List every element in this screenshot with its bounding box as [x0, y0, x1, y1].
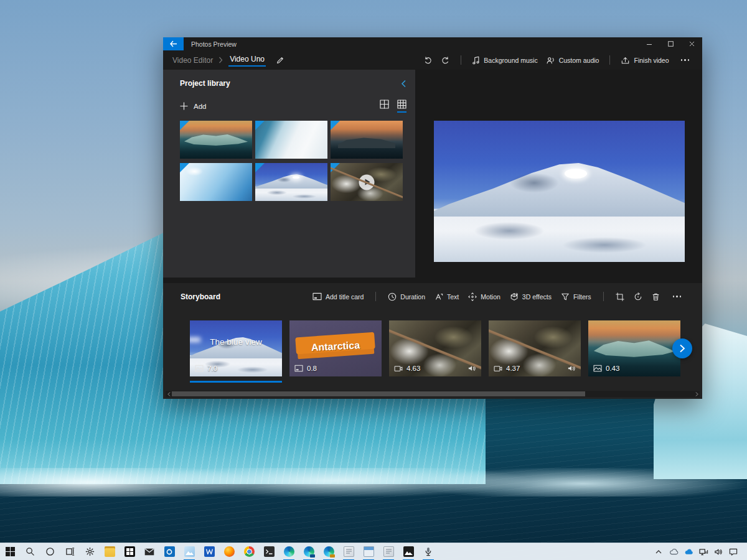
onedrive-personal-button[interactable] [666, 543, 681, 560]
photos-viewer-icon [403, 546, 414, 557]
outlook-icon [164, 546, 175, 557]
video-play-overlay-icon [359, 174, 375, 190]
start-button[interactable] [1, 543, 19, 560]
undo-button[interactable] [423, 56, 433, 65]
added-badge-icon [255, 163, 265, 172]
redo-button[interactable] [441, 56, 450, 65]
firefox-button[interactable] [220, 543, 238, 560]
tray-expand-button[interactable] [651, 543, 666, 560]
funnel-icon [561, 292, 570, 301]
cube-icon [510, 292, 519, 301]
photo-icon [195, 365, 204, 372]
custom-audio-button[interactable]: Custom audio [546, 56, 599, 65]
add-media-label: Add [194, 103, 206, 110]
rotate-button[interactable] [634, 292, 642, 301]
breadcrumb-video-editor[interactable]: Video Editor [172, 56, 213, 65]
editor-content: Project library Add [163, 70, 702, 284]
scroll-right-arrow[interactable] [693, 392, 700, 396]
storyboard-more-button[interactable] [669, 296, 685, 297]
library-thumb-ice-slope[interactable] [180, 163, 252, 201]
crop-button[interactable] [616, 292, 624, 301]
volume-button[interactable] [711, 543, 726, 560]
file-explorer-icon [105, 546, 115, 557]
collapse-library-button[interactable] [401, 80, 406, 88]
library-thumb-iceberg-dusk[interactable] [331, 121, 403, 159]
notepad-button[interactable] [339, 543, 358, 560]
storyboard-card-iceberg[interactable]: 0.43 [588, 320, 680, 376]
taskbar [0, 543, 747, 560]
video-preview[interactable] [434, 121, 685, 262]
plus-icon [180, 102, 188, 110]
cortana-button[interactable] [40, 543, 59, 560]
add-media-button[interactable]: Add [180, 102, 206, 110]
network-button[interactable] [696, 543, 711, 560]
background-music-label: Background music [484, 57, 537, 64]
text-button[interactable]: Text [435, 292, 459, 301]
search-button[interactable] [21, 543, 39, 560]
grid-large-toggle[interactable] [397, 100, 406, 113]
word-button[interactable] [200, 543, 218, 560]
close-button[interactable] [681, 37, 702, 50]
edge-button[interactable] [280, 543, 298, 560]
library-thumb-ice-wall[interactable] [255, 121, 327, 159]
duration-button[interactable]: Duration [388, 292, 425, 301]
library-thumb-stream-video[interactable] [331, 163, 403, 201]
action-center-button[interactable] [726, 543, 741, 560]
app-window-icon [364, 546, 374, 557]
add-title-card-button[interactable]: Add title card [312, 292, 364, 301]
storyboard-card-stream-2[interactable]: 4.37 [489, 320, 581, 376]
outlook-button[interactable] [160, 543, 179, 560]
speaker-icon [714, 548, 723, 556]
back-button[interactable] [163, 37, 184, 50]
settings-button[interactable] [80, 543, 99, 560]
more-options-button[interactable] [677, 59, 693, 61]
library-toolbar: Add [180, 100, 406, 113]
library-thumb-iceberg-sunset[interactable] [180, 121, 252, 159]
terminal-button[interactable] [260, 543, 278, 560]
finish-video-button[interactable]: Finish video [621, 56, 669, 65]
system-tray [651, 543, 747, 560]
chrome-button[interactable] [240, 543, 258, 560]
storyboard-card-blue-view[interactable]: The blue view 7.0 [190, 320, 282, 376]
added-badge-icon [180, 121, 189, 130]
scrollbar-thumb[interactable] [172, 391, 585, 396]
storyboard-card-stream-1[interactable]: 4.63 [389, 320, 481, 376]
edge-dev-button[interactable] [319, 543, 338, 560]
file-explorer-button[interactable] [100, 543, 119, 560]
background-music-button[interactable]: Background music [472, 56, 537, 65]
library-thumb-mountain[interactable] [255, 163, 327, 201]
storyboard-card-antarctica[interactable]: Antarctica 0.8 [289, 320, 382, 376]
storyboard-scrollbar[interactable] [166, 391, 700, 397]
scroll-next-button[interactable] [672, 338, 692, 358]
storyboard-toolbar: Add title card Duration Text Motion [312, 292, 685, 301]
photos-viewer-button[interactable] [399, 543, 418, 560]
task-view-button[interactable] [60, 543, 79, 560]
onedrive-business-button[interactable] [681, 543, 696, 560]
edge-beta-button[interactable] [299, 543, 318, 560]
gear-icon [85, 547, 95, 556]
voice-recorder-button[interactable] [419, 543, 438, 560]
storyboard-panel: Storyboard Add title card Duration Text [163, 283, 702, 399]
back-arrow-icon [169, 40, 177, 47]
search-icon [26, 547, 35, 556]
photos-app-button[interactable] [180, 543, 199, 560]
mail-button[interactable] [140, 543, 159, 560]
grid-small-toggle[interactable] [380, 100, 389, 113]
filters-button[interactable]: Filters [561, 292, 591, 301]
toolbar-divider [375, 292, 376, 301]
notepad-2-button[interactable] [379, 543, 398, 560]
rename-project-button[interactable] [276, 56, 284, 65]
maximize-button[interactable] [660, 37, 681, 50]
effects-3d-button[interactable]: 3D effects [510, 292, 552, 301]
motion-button[interactable]: Motion [468, 292, 500, 301]
export-icon [621, 56, 630, 65]
top-toolbar: Background music Custom audio Finish vid… [423, 55, 693, 65]
store-button[interactable] [120, 543, 139, 560]
scroll-left-arrow[interactable] [166, 392, 172, 396]
window-title: Photos Preview [184, 37, 237, 50]
project-name-tab[interactable]: Video Uno [228, 54, 266, 67]
delete-button[interactable] [652, 292, 660, 301]
app-window-button[interactable] [359, 543, 378, 560]
minimize-button[interactable] [639, 37, 660, 50]
added-badge-icon [331, 163, 340, 172]
